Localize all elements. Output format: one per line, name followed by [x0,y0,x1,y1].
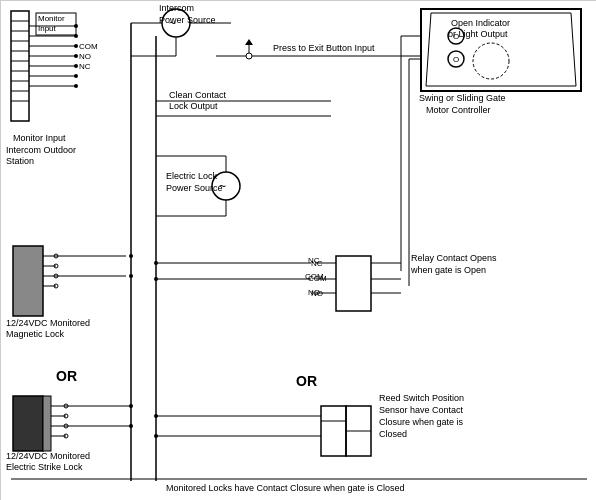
svg-point-21 [74,54,78,58]
svg-point-100 [154,414,158,418]
svg-text:NO: NO [308,288,320,297]
svg-text:Sensor have Contact: Sensor have Contact [379,405,464,415]
svg-rect-66 [43,396,51,451]
svg-text:Power Source: Power Source [159,15,216,25]
svg-point-64 [129,274,133,278]
svg-text:Input: Input [38,24,57,33]
svg-text:Motor Controller: Motor Controller [426,105,491,115]
svg-point-93 [154,277,158,281]
svg-rect-0 [1,1,596,500]
svg-text:Closed: Closed [379,429,407,439]
svg-text:NC: NC [308,256,320,265]
svg-text:COM: COM [79,42,98,51]
svg-point-19 [74,34,78,38]
svg-text:Intercom Outdoor: Intercom Outdoor [6,145,76,155]
svg-text:Relay Contact Opens: Relay Contact Opens [411,253,497,263]
svg-text:or Light Output: or Light Output [448,29,508,39]
svg-rect-65 [13,396,43,451]
svg-text:Intercom: Intercom [159,3,194,13]
svg-text:when gate is Open: when gate is Open [410,265,486,275]
svg-point-77 [129,404,133,408]
svg-text:Clean Contact: Clean Contact [169,90,227,100]
svg-text:OR: OR [56,368,77,384]
svg-rect-52 [13,246,43,316]
svg-text:Press to Exit Button Input: Press to Exit Button Input [273,43,375,53]
svg-text:Monitor Input: Monitor Input [13,133,66,143]
svg-text:NO: NO [79,52,91,61]
svg-text:Swing or Sliding Gate: Swing or Sliding Gate [419,93,506,103]
svg-text:Open Indicator: Open Indicator [451,18,510,28]
svg-text:12/24VDC Monitored: 12/24VDC Monitored [6,451,90,461]
svg-text:Lock Output: Lock Output [169,101,218,111]
svg-text:Power Source: Power Source [166,183,223,193]
svg-text:Electric Strike Lock: Electric Strike Lock [6,462,83,472]
svg-text:Station: Station [6,156,34,166]
svg-text:Electric Lock: Electric Lock [166,171,218,181]
svg-point-92 [154,261,158,265]
svg-text:Closure when gate is: Closure when gate is [379,417,464,427]
svg-point-78 [129,424,133,428]
svg-point-20 [74,44,78,48]
svg-text:COM: COM [305,272,324,281]
svg-text:Reed Switch Position: Reed Switch Position [379,393,464,403]
svg-text:Monitor: Monitor [38,14,65,23]
wiring-diagram: Monitor Input COM NO NC ~ [0,0,596,500]
svg-point-30 [74,84,78,88]
svg-point-63 [129,254,133,258]
svg-text:12/24VDC Monitored: 12/24VDC Monitored [6,318,90,328]
svg-text:O: O [453,55,459,64]
svg-point-28 [74,64,78,68]
svg-text:OR: OR [296,373,317,389]
svg-text:Magnetic Lock: Magnetic Lock [6,329,65,339]
svg-text:Monitored Locks have Contact C: Monitored Locks have Contact Closure whe… [166,483,405,493]
svg-point-18 [74,24,78,28]
svg-point-29 [74,74,78,78]
svg-text:NC: NC [79,62,91,71]
svg-point-101 [154,434,158,438]
